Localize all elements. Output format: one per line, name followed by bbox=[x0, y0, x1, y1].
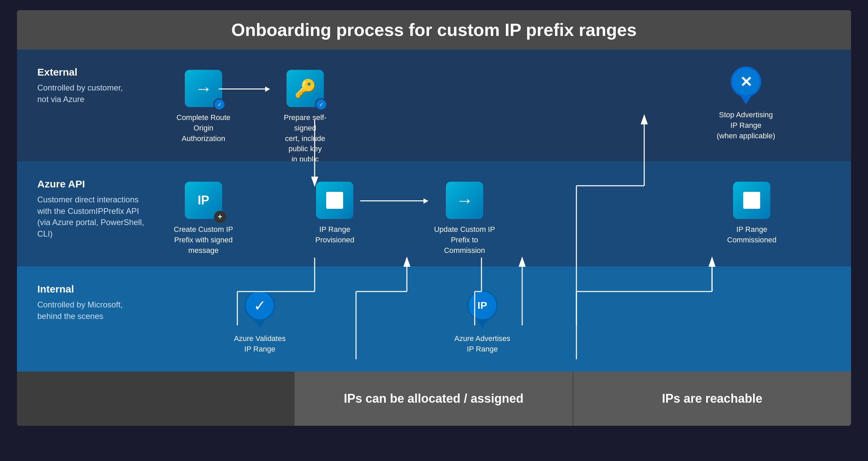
main-container: Onboarding process for custom IP prefix … bbox=[17, 10, 851, 426]
arrow-ext-1 bbox=[219, 88, 270, 89]
ip-provisioned-icon bbox=[316, 182, 353, 219]
footer: IPs can be allocated / assigned IPs are … bbox=[17, 372, 851, 426]
ip-pin-tail bbox=[477, 320, 488, 328]
arrow-azure-1 bbox=[360, 200, 428, 201]
azure-content: IP + Create Custom IPPrefix with signed … bbox=[153, 175, 831, 249]
azure-advertises-step: IP Azure AdvertisesIP Range bbox=[454, 290, 510, 355]
create-ip-label: Create Custom IPPrefix with signed messa… bbox=[173, 224, 234, 256]
x-pin-circle: ✕ bbox=[731, 66, 761, 97]
complete-route-label: Complete RouteOrigin Authorization bbox=[173, 113, 234, 144]
internal-desc: Controlled by Microsoft,behind the scene… bbox=[37, 299, 153, 322]
prepare-cert-step: 🔑 ✓ Prepare self-signedcert, include pub… bbox=[275, 70, 336, 175]
ip-commissioned-step: IP RangeCommissioned bbox=[727, 182, 777, 245]
footer-center-text: IPs can be allocated / assigned bbox=[344, 392, 524, 406]
internal-title: Internal bbox=[37, 283, 153, 295]
azure-validates-label: Azure ValidatesIP Range bbox=[234, 334, 285, 355]
diagram: External Controlled by customer,not via … bbox=[17, 49, 851, 426]
header: Onboarding process for custom IP prefix … bbox=[17, 10, 851, 49]
update-ip-icon: → bbox=[446, 182, 483, 219]
check-pin-wrapper: ✓ bbox=[244, 290, 275, 328]
external-label: External Controlled by customer,not via … bbox=[37, 63, 153, 105]
x-pin-wrapper: ✕ bbox=[731, 66, 761, 104]
azure-title: Azure API bbox=[37, 178, 153, 190]
create-ip-step: IP + Create Custom IPPrefix with signed … bbox=[173, 182, 234, 256]
footer-right-text: IPs are reachable bbox=[662, 392, 762, 406]
x-pin-tail bbox=[741, 96, 751, 104]
external-row: External Controlled by customer,not via … bbox=[17, 49, 851, 161]
prepare-cert-icon: 🔑 ✓ bbox=[287, 70, 324, 107]
stop-square-1 bbox=[326, 192, 343, 209]
ip-commissioned-icon bbox=[733, 182, 770, 219]
update-ip-step: → Update Custom IPPrefix to Commission bbox=[434, 182, 495, 256]
update-ip-label: Update Custom IPPrefix to Commission bbox=[434, 224, 495, 256]
external-content: → ✓ Complete RouteOrigin Authorization 🔑… bbox=[153, 63, 831, 144]
external-desc: Controlled by customer,not via Azure bbox=[37, 82, 153, 105]
footer-empty-left bbox=[17, 372, 295, 426]
stop-advertising-label: Stop Advertising IP Range(when applicabl… bbox=[715, 110, 776, 141]
create-ip-icon: IP + bbox=[185, 182, 222, 219]
ip-provisioned-step: IP RangeProvisioned bbox=[315, 182, 354, 245]
checkmark-badge-1: ✓ bbox=[213, 98, 225, 111]
azure-advertises-label: Azure AdvertisesIP Range bbox=[454, 334, 510, 355]
ip-pin-circle: IP bbox=[467, 290, 498, 321]
footer-center: IPs can be allocated / assigned bbox=[295, 372, 572, 426]
footer-right: IPs are reachable bbox=[573, 372, 851, 426]
azure-desc: Customer direct interactionswith the Cus… bbox=[37, 194, 153, 239]
complete-route-icon: → ✓ bbox=[185, 70, 222, 107]
azure-validates-step: ✓ Azure ValidatesIP Range bbox=[234, 290, 285, 355]
stop-advertising-step: ✕ Stop Advertising IP Range(when applica… bbox=[715, 66, 776, 141]
ip-pin-wrapper: IP bbox=[467, 290, 498, 328]
page-title: Onboarding process for custom IP prefix … bbox=[31, 20, 837, 40]
internal-row: Internal Controlled by Microsoft,behind … bbox=[17, 266, 851, 372]
checkmark-badge-2: ✓ bbox=[315, 98, 327, 111]
external-title: External bbox=[37, 66, 153, 78]
plus-badge: + bbox=[214, 211, 226, 223]
stop-square-2 bbox=[743, 192, 760, 209]
check-pin-tail bbox=[254, 320, 265, 328]
complete-route-step: → ✓ Complete RouteOrigin Authorization bbox=[173, 70, 234, 144]
ip-label: IP bbox=[198, 193, 209, 207]
azure-row: Azure API Customer direct interactionswi… bbox=[17, 161, 851, 266]
azure-label: Azure API Customer direct interactionswi… bbox=[37, 175, 153, 239]
internal-content: ✓ Azure ValidatesIP Range IP Azure Adver bbox=[153, 280, 831, 355]
ip-commissioned-label: IP RangeCommissioned bbox=[727, 224, 777, 245]
ip-provisioned-label: IP RangeProvisioned bbox=[315, 224, 354, 245]
internal-label: Internal Controlled by Microsoft,behind … bbox=[37, 280, 153, 322]
check-pin-circle: ✓ bbox=[244, 290, 275, 321]
